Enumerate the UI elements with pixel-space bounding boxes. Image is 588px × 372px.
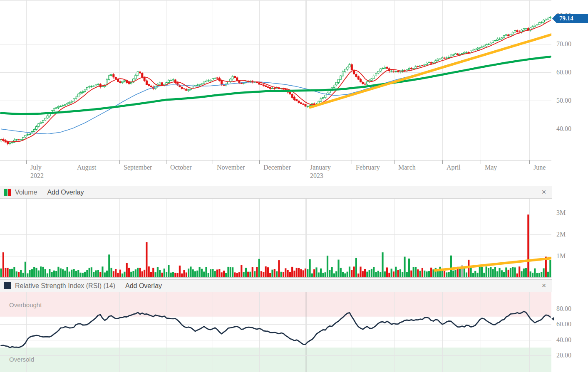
volume-add-overlay-link[interactable]: Add Overlay bbox=[47, 189, 84, 196]
price-plot[interactable] bbox=[0, 0, 551, 160]
ma-200-green-line bbox=[1, 57, 551, 114]
volume-axis-label: 2M bbox=[556, 231, 566, 238]
price-axis[interactable]: 80.0070.0060.0050.0040.00 bbox=[551, 0, 588, 160]
candles bbox=[0, 16, 551, 145]
rsi-close-icon[interactable]: × bbox=[539, 281, 548, 290]
last-price-badge: 79.14 bbox=[552, 14, 588, 23]
month-tick-mark bbox=[306, 160, 306, 164]
price-axis-label: 70.00 bbox=[556, 40, 571, 48]
volume-down-color bbox=[7, 189, 11, 196]
month-label: October bbox=[170, 163, 192, 171]
rsi-line bbox=[1, 311, 551, 347]
rsi-axis-label: 40.00 bbox=[556, 336, 571, 344]
year-label: 2023 bbox=[310, 172, 323, 180]
price-axis-label: 60.00 bbox=[556, 69, 571, 76]
price-axis-label: 50.00 bbox=[556, 97, 571, 104]
overbought-band bbox=[0, 292, 551, 317]
volume-legend-icon[interactable] bbox=[4, 189, 11, 196]
month-label: January bbox=[310, 163, 331, 171]
month-tick-mark bbox=[26, 160, 27, 164]
rsi-last-value-marker bbox=[551, 317, 554, 320]
rsi-panel-header: Relative Strength Index (RSI) (14) Add O… bbox=[0, 279, 552, 292]
month-label: February bbox=[356, 163, 380, 171]
oversold-label: Oversold bbox=[9, 356, 34, 363]
price-trendline-orange bbox=[310, 34, 551, 107]
month-label: May bbox=[485, 163, 497, 171]
month-tick-mark bbox=[529, 160, 530, 164]
rsi-plot[interactable] bbox=[0, 292, 551, 372]
month-label: March bbox=[398, 163, 416, 171]
time-axis[interactable]: July2022AugustSeptemberOctoberNovemberDe… bbox=[0, 160, 551, 185]
volume-title[interactable]: Volume bbox=[15, 189, 37, 196]
month-tick-mark bbox=[481, 160, 481, 164]
month-label: April bbox=[447, 163, 461, 171]
month-tick-mark bbox=[259, 160, 260, 164]
month-label: September bbox=[124, 163, 152, 171]
rsi-add-overlay-link[interactable]: Add Overlay bbox=[125, 282, 162, 290]
month-tick-mark bbox=[119, 160, 120, 164]
volume-axis-label: 1M bbox=[556, 252, 566, 260]
rsi-axis-label: 80.00 bbox=[556, 305, 571, 313]
month-tick-mark bbox=[73, 160, 73, 164]
oversold-band bbox=[0, 347, 551, 372]
ma-slow-blue-line bbox=[1, 35, 551, 134]
month-label: August bbox=[77, 163, 96, 171]
rsi-legend-icon[interactable] bbox=[4, 282, 11, 289]
stock-chart-app: 80.0070.0060.0050.0040.00 79.14 July2022… bbox=[0, 0, 588, 372]
month-label: December bbox=[263, 163, 291, 171]
volume-plot[interactable] bbox=[0, 199, 551, 278]
volume-close-icon[interactable]: × bbox=[539, 187, 548, 197]
volume-up-color bbox=[4, 189, 7, 196]
volume-axis-label: 3M bbox=[556, 209, 566, 217]
month-label: July bbox=[30, 163, 42, 171]
month-tick-mark bbox=[166, 160, 166, 164]
volume-axis[interactable]: 3M2M1M bbox=[551, 199, 588, 278]
overbought-label: Overbought bbox=[9, 301, 42, 308]
price-axis-label: 40.00 bbox=[556, 125, 571, 133]
rsi-axis-label: 60.00 bbox=[556, 320, 571, 328]
month-tick-mark bbox=[213, 160, 213, 164]
year-label: 2022 bbox=[30, 172, 44, 180]
month-label: November bbox=[217, 163, 245, 171]
month-tick-mark bbox=[352, 160, 352, 164]
month-tick-mark bbox=[394, 160, 394, 164]
rsi-axis[interactable]: 80.0060.0040.0020.00 bbox=[551, 292, 588, 372]
volume-trendline-orange bbox=[435, 258, 551, 271]
rsi-title[interactable]: Relative Strength Index (RSI) (14) bbox=[15, 282, 115, 290]
month-label: June bbox=[533, 163, 546, 171]
rsi-axis-label: 20.00 bbox=[556, 352, 571, 359]
gridlines bbox=[0, 0, 551, 160]
volume-panel-header: Volume Add Overlay × bbox=[0, 186, 552, 199]
month-tick-mark bbox=[442, 160, 443, 164]
